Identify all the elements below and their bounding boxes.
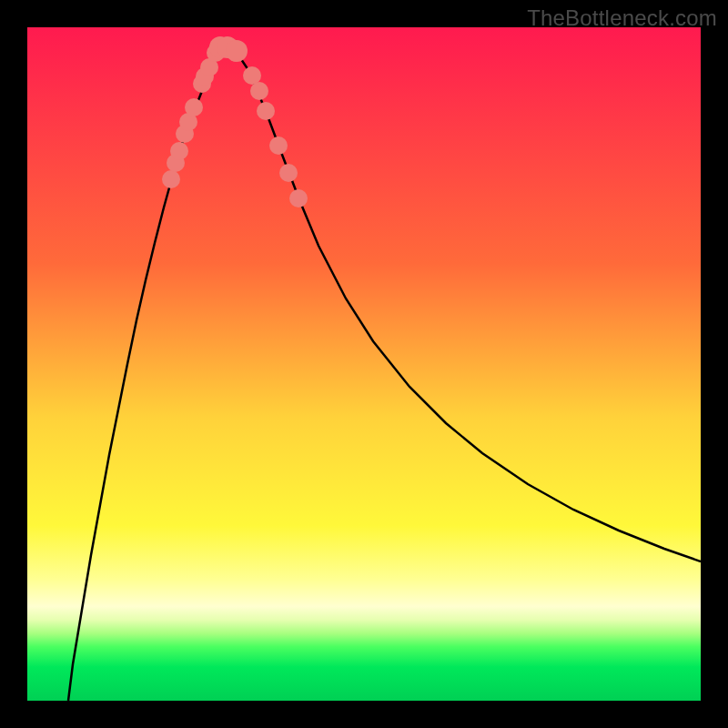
data-point — [226, 40, 248, 62]
chart-svg — [27, 27, 701, 701]
data-point — [269, 136, 288, 155]
data-point — [243, 66, 261, 85]
data-point — [185, 98, 203, 116]
watermark-text: TheBottleneck.com — [527, 5, 717, 31]
curve-right-path — [223, 46, 701, 561]
bottleneck-curve — [68, 46, 701, 701]
data-point — [279, 164, 298, 182]
data-point — [162, 170, 180, 188]
data-points-group — [162, 36, 308, 207]
curve-left-path — [68, 46, 223, 701]
data-point — [170, 142, 188, 160]
data-point — [257, 102, 275, 120]
data-point — [250, 82, 268, 100]
chart-frame: TheBottleneck.com — [0, 0, 728, 728]
data-point — [289, 189, 308, 207]
